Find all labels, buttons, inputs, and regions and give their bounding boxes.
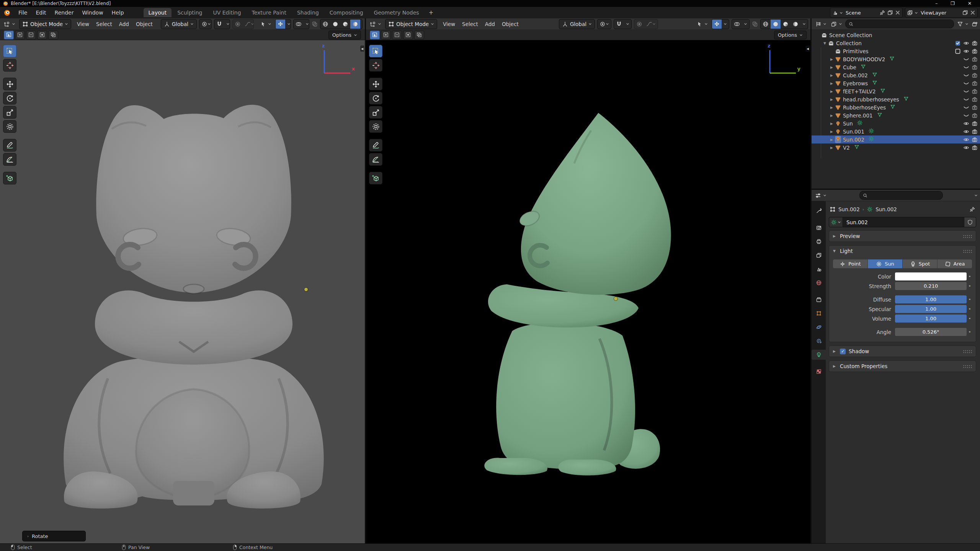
shading-solid-button[interactable] <box>771 20 781 29</box>
add-cube-tool-button[interactable] <box>3 172 16 184</box>
animate-dot[interactable]: • <box>967 297 973 302</box>
viewport-canvas-left[interactable]: z x ◂›Rotate <box>0 40 365 544</box>
options-dropdown[interactable]: Options <box>328 31 361 39</box>
outliner-item-cube-002[interactable]: ▶Cube.002 <box>812 71 980 79</box>
camera-off-icon[interactable] <box>972 72 978 78</box>
viewlayer-selector[interactable]: ViewLayer <box>905 8 978 18</box>
mode-dropdown[interactable]: Object Mode <box>385 19 437 29</box>
viewport-menu-view[interactable]: View <box>74 20 93 28</box>
expander-closed-icon[interactable]: ▶ <box>828 130 835 134</box>
expander-closed-icon[interactable]: ▶ <box>828 90 835 93</box>
select-box-tool-button[interactable] <box>369 45 382 57</box>
workspace-tab-shading[interactable]: Shading <box>292 8 324 17</box>
outliner-search[interactable] <box>845 20 954 28</box>
outliner-item-collection[interactable]: ▼Collection <box>812 39 980 47</box>
camera-off-icon[interactable] <box>972 64 978 70</box>
drag-grip-icon[interactable] <box>963 235 972 238</box>
expander-closed-icon[interactable]: ▶ <box>828 146 835 150</box>
object-types-dropdown[interactable] <box>258 19 273 29</box>
expander-closed-icon[interactable]: ▶ <box>828 106 835 109</box>
eye-closed-icon[interactable] <box>963 80 969 86</box>
duplicate-icon[interactable] <box>962 10 968 16</box>
gizmos-toggle[interactable] <box>712 20 722 29</box>
snap-toggle[interactable] <box>614 20 624 29</box>
properties-tab-physics[interactable] <box>812 322 826 332</box>
expander-closed-icon[interactable]: ▶ <box>828 114 835 117</box>
outliner-item-head-rubberhoseeyes[interactable]: ▶head.rubberhoseeyes <box>812 95 980 103</box>
select-box-tool-button[interactable] <box>3 45 16 57</box>
rotate-tool-button[interactable] <box>3 92 16 104</box>
snap-dropdown[interactable] <box>224 20 230 29</box>
axis-gizmo[interactable]: z x <box>319 44 353 77</box>
rotate-tool-button[interactable] <box>369 92 382 104</box>
overlays-dropdown[interactable] <box>304 20 309 29</box>
drag-grip-icon[interactable] <box>963 365 972 368</box>
outliner-item-scene-collection[interactable]: Scene Collection <box>812 31 980 39</box>
viewport-menu-select[interactable]: Select <box>93 20 116 28</box>
select-subtract-mode-button[interactable] <box>392 31 402 39</box>
cursor-tool-button[interactable] <box>3 59 16 72</box>
camera-off-icon[interactable] <box>972 88 978 95</box>
light-type-spot-button[interactable]: Spot <box>903 259 937 268</box>
falloff-dropdown[interactable] <box>243 20 254 29</box>
light-origin-dot[interactable] <box>304 288 308 291</box>
camera-off-icon[interactable] <box>972 96 978 103</box>
proportional-toggle[interactable] <box>233 20 243 29</box>
drag-grip-icon[interactable] <box>963 350 972 353</box>
expander-closed-icon[interactable]: ▶ <box>828 122 835 126</box>
light-data-dropdown[interactable] <box>829 217 843 227</box>
overlays-toggle[interactable] <box>732 20 742 29</box>
menu-edit[interactable]: Edit <box>31 8 50 17</box>
eye-open-icon[interactable] <box>963 121 969 127</box>
properties-tab-output[interactable] <box>812 236 826 246</box>
workspace-tab-uv-editing[interactable]: UV Editing <box>208 8 246 17</box>
workspace-tab-layout[interactable]: Layout <box>144 8 172 17</box>
diffuse-slider[interactable]: 1.00 <box>895 295 967 303</box>
falloff-dropdown[interactable] <box>644 20 658 29</box>
shading-wireframe-button[interactable] <box>761 20 771 29</box>
viewport-menu-select[interactable]: Select <box>459 20 482 28</box>
eye-closed-icon[interactable] <box>963 96 969 103</box>
viewport-menu-view[interactable]: View <box>439 20 459 28</box>
measure-tool-button[interactable] <box>3 153 16 166</box>
properties-tab-tool[interactable] <box>812 206 826 216</box>
eye-closed-icon[interactable] <box>963 88 969 95</box>
gizmos-dropdown[interactable] <box>285 20 291 29</box>
properties-tab-texture[interactable] <box>812 367 826 377</box>
scale-tool-button[interactable] <box>3 106 16 119</box>
properties-tab-world[interactable] <box>812 278 826 288</box>
camera-on-icon[interactable] <box>972 40 978 46</box>
close-button[interactable]: ✕ <box>968 0 972 7</box>
shading-material-button[interactable] <box>781 20 791 29</box>
editor-type-button[interactable] <box>814 191 828 201</box>
orientation-dropdown[interactable]: Global <box>559 19 595 29</box>
overlays-toggle[interactable] <box>294 20 304 29</box>
annotate-tool-button[interactable] <box>3 139 16 152</box>
panel-light-header[interactable]: ▼Light <box>829 246 976 256</box>
menu-window[interactable]: Window <box>78 8 107 17</box>
data-name-field[interactable]: Sun.002 <box>843 217 964 227</box>
select-invert-mode-button[interactable] <box>37 31 47 39</box>
select-extend-mode-button[interactable] <box>381 31 391 39</box>
properties-tab-object-data[interactable] <box>812 350 826 360</box>
workspace-tab-compositing[interactable]: Compositing <box>325 8 368 17</box>
select-new-mode-button[interactable] <box>370 31 380 39</box>
select-intersect-mode-button[interactable] <box>48 31 58 39</box>
cursor-tool-button[interactable] <box>369 59 382 72</box>
panel-custom-properties-header[interactable]: ▶Custom Properties <box>829 361 976 372</box>
breadcrumb-data[interactable]: Sun.002 <box>875 206 897 212</box>
viewport-menu-add[interactable]: Add <box>116 20 132 28</box>
workspace-tab-geometry-nodes[interactable]: Geometry Nodes <box>369 8 424 17</box>
transform-tool-button[interactable] <box>3 120 16 133</box>
workspace-tab-sculpting[interactable]: Sculpting <box>172 8 207 17</box>
measure-tool-button[interactable] <box>369 153 382 166</box>
light-type-sun-button[interactable]: Sun <box>868 259 902 268</box>
panel-shadow-header[interactable]: ▶✓Shadow <box>829 346 976 357</box>
menu-render[interactable]: Render <box>51 8 78 17</box>
sidebar-collapse-arrow[interactable]: ◂ <box>806 46 810 52</box>
x-icon[interactable] <box>970 10 976 16</box>
viewport-menu-object[interactable]: Object <box>132 20 156 28</box>
select-subtract-mode-button[interactable] <box>26 31 36 39</box>
camera-on-icon[interactable] <box>972 48 978 54</box>
light-type-area-button[interactable]: Area <box>938 259 972 268</box>
